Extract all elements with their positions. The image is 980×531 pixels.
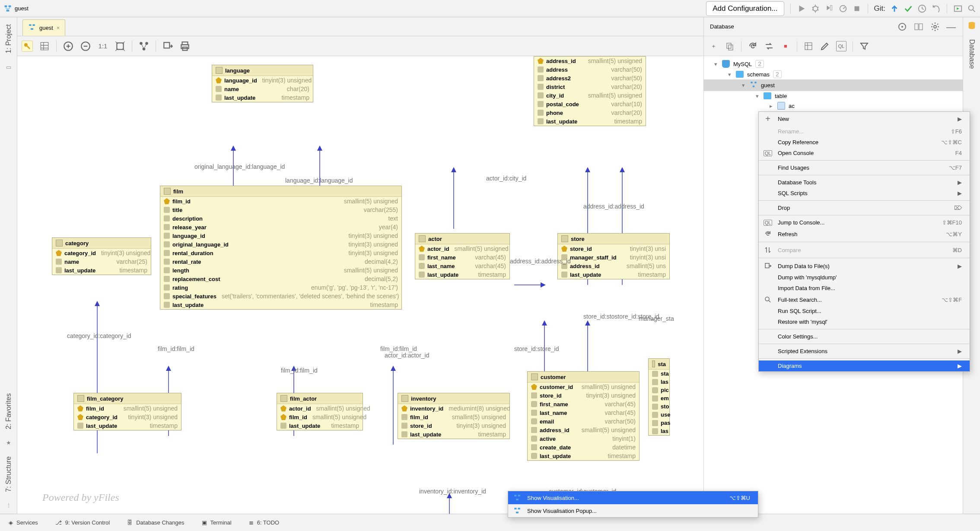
submenu-item[interactable]: Show Visualisation Popup... bbox=[508, 504, 758, 517]
entity-category[interactable]: category category_idtinyint(3) unsignedn… bbox=[52, 237, 151, 275]
duplicate-icon[interactable] bbox=[725, 41, 735, 51]
tab-guest[interactable]: guest × bbox=[22, 19, 65, 36]
sync-icon[interactable] bbox=[764, 41, 774, 51]
column-row[interactable]: last_updatetimestamp bbox=[52, 266, 151, 275]
column-row[interactable]: titlevarchar(255) bbox=[160, 205, 401, 214]
tree-table[interactable]: ▸ac bbox=[704, 101, 963, 111]
structure-icon[interactable]: ⦙ bbox=[8, 503, 9, 509]
add-icon[interactable]: ＋ bbox=[708, 41, 719, 51]
gear-icon[interactable] bbox=[930, 22, 940, 32]
menu-item[interactable]: QLOpen ConsoleF4 bbox=[759, 148, 970, 158]
menu-item[interactable]: Run SQL Script... bbox=[759, 306, 970, 316]
column-row[interactable]: address_idsmallint(5) unsigned bbox=[534, 57, 646, 65]
add-configuration-button[interactable]: Add Configuration... bbox=[706, 1, 784, 16]
column-row[interactable]: last_namevarchar(45) bbox=[528, 408, 639, 417]
column-row[interactable]: language_idtinyint(3) unsigned bbox=[160, 231, 401, 240]
tool-project[interactable]: 1: Project bbox=[5, 22, 13, 56]
menu-item[interactable]: Drop⌦ bbox=[759, 202, 970, 213]
column-row[interactable]: customer_idsmallint(5) unsigned bbox=[528, 382, 639, 391]
column-row[interactable]: last_updatetimestamp bbox=[558, 270, 669, 279]
column-row[interactable]: city_idsmallint(5) unsigned bbox=[534, 91, 646, 100]
tree-tables-folder[interactable]: ▾table bbox=[704, 91, 963, 101]
column-row[interactable]: sto bbox=[649, 402, 669, 411]
entity-customer[interactable]: customer customer_idsmallint(5) unsigned… bbox=[527, 371, 640, 461]
column-row[interactable]: replacement_costdecimal(5,2) bbox=[160, 275, 401, 283]
close-icon[interactable]: × bbox=[57, 25, 60, 31]
column-row[interactable]: actor_idsmallint(5) unsigned bbox=[415, 244, 509, 253]
column-row[interactable]: language_idtinyint(3) unsigned bbox=[212, 76, 313, 85]
column-row[interactable]: addressvarchar(50) bbox=[534, 65, 646, 74]
column-row[interactable]: first_namevarchar(45) bbox=[528, 400, 639, 408]
project-icon[interactable]: ▭ bbox=[6, 64, 11, 70]
tool-vcs[interactable]: ⎇9: Version Control bbox=[55, 519, 110, 526]
debug-icon[interactable] bbox=[811, 4, 820, 13]
column-row[interactable]: special_featuresset('trailers', 'comment… bbox=[160, 292, 401, 300]
menu-item[interactable]: Import Data from File... bbox=[759, 283, 970, 294]
column-row[interactable]: store_idtinyint(3) unsigned bbox=[398, 421, 509, 430]
column-row[interactable]: em bbox=[649, 394, 669, 402]
refresh-icon[interactable] bbox=[748, 41, 758, 51]
tool-favorites[interactable]: 2: Favorites bbox=[5, 391, 13, 432]
column-row[interactable]: store_idtinyint(3) unsigned bbox=[528, 391, 639, 400]
column-row[interactable]: rental_ratedecimal(4,2) bbox=[160, 257, 401, 266]
zoom-actual-icon[interactable]: 1:1 bbox=[97, 41, 108, 52]
zoom-in-icon[interactable] bbox=[63, 41, 74, 52]
column-row[interactable]: pic bbox=[649, 386, 669, 394]
menu-item[interactable]: Find Usages⌥F7 bbox=[759, 162, 970, 173]
tool-structure[interactable]: 7: Structure bbox=[5, 454, 13, 495]
column-row[interactable]: use bbox=[649, 411, 669, 419]
table-view-icon[interactable] bbox=[39, 41, 50, 52]
column-row[interactable]: ratingenum('g', 'pg', 'pg-13', 'r', 'nc-… bbox=[160, 283, 401, 292]
search-everywhere-icon[interactable] bbox=[967, 4, 977, 13]
column-row[interactable]: last_updatetimestamp bbox=[160, 300, 401, 309]
stop-icon[interactable]: ■ bbox=[780, 41, 791, 51]
print-icon[interactable] bbox=[179, 41, 191, 52]
coverage-icon[interactable] bbox=[824, 4, 834, 13]
tool-terminal[interactable]: ▣Terminal bbox=[202, 519, 232, 526]
menu-item[interactable]: Restore with 'mysql' bbox=[759, 316, 970, 327]
favorites-icon[interactable]: ★ bbox=[6, 439, 11, 446]
entity-address[interactable]: address_idsmallint(5) unsignedaddressvar… bbox=[534, 56, 646, 126]
column-row[interactable]: address2varchar(50) bbox=[534, 74, 646, 82]
git-update-icon[interactable] bbox=[890, 4, 899, 13]
filter-icon[interactable] bbox=[859, 41, 869, 51]
column-row[interactable]: last_updatetimestamp bbox=[528, 452, 639, 460]
menu-item[interactable]: Database Tools▶ bbox=[759, 177, 970, 188]
entity-store[interactable]: store store_idtinyint(3) unsimanager_sta… bbox=[557, 233, 670, 279]
layout-icon[interactable] bbox=[138, 41, 150, 52]
column-row[interactable]: namevarchar(25) bbox=[52, 257, 151, 266]
entity-staff-partial[interactable]: sta stalaspicemstousepaslas bbox=[648, 358, 670, 436]
menu-item[interactable]: Full-text Search...⌥⇧⌘F bbox=[759, 294, 970, 306]
column-row[interactable]: descriptiontext bbox=[160, 214, 401, 223]
zoom-out-icon[interactable] bbox=[80, 41, 91, 52]
git-commit-icon[interactable] bbox=[904, 4, 913, 13]
column-row[interactable]: pas bbox=[649, 419, 669, 427]
column-row[interactable]: rental_durationtinyint(3) unsigned bbox=[160, 249, 401, 257]
column-row[interactable]: manager_staff_idtinyint(3) unsi bbox=[558, 253, 669, 262]
table-icon[interactable] bbox=[803, 41, 814, 51]
column-row[interactable]: districtvarchar(20) bbox=[534, 82, 646, 91]
menu-item[interactable]: QLJump to Console...⇧⌘F10 bbox=[759, 217, 970, 228]
column-row[interactable]: last_namevarchar(45) bbox=[415, 262, 509, 270]
entity-inventory[interactable]: inventory inventory_idmediumint(8) unsig… bbox=[398, 393, 510, 439]
menu-item[interactable]: Dump Data to File(s)▶ bbox=[759, 260, 970, 272]
column-row[interactable]: address_idsmallint(5) uns bbox=[558, 262, 669, 270]
entity-actor[interactable]: actor actor_idsmallint(5) unsignedfirst_… bbox=[415, 233, 510, 279]
target-icon[interactable] bbox=[897, 22, 907, 32]
git-history-icon[interactable] bbox=[917, 4, 927, 13]
column-row[interactable]: las bbox=[649, 427, 669, 435]
console-icon[interactable]: QL bbox=[836, 41, 846, 51]
column-row[interactable]: store_idtinyint(3) unsi bbox=[558, 244, 669, 253]
menu-item[interactable]: Dump with 'mysqldump' bbox=[759, 272, 970, 283]
tool-database-label[interactable]: Database bbox=[968, 37, 976, 72]
column-row[interactable]: last_updatetimestamp bbox=[415, 270, 509, 279]
tool-db-changes[interactable]: 🗄Database Changes bbox=[127, 519, 184, 526]
database-tool-icon[interactable] bbox=[967, 21, 977, 32]
menu-item[interactable]: Refresh⌥⌘Y bbox=[759, 228, 970, 240]
column-row[interactable]: emailvarchar(50) bbox=[528, 417, 639, 426]
stop-icon[interactable] bbox=[852, 4, 862, 13]
column-row[interactable]: last_updatetimestamp bbox=[398, 430, 509, 439]
edit-icon[interactable] bbox=[820, 41, 830, 51]
column-row[interactable]: inventory_idmediumint(8) unsigned bbox=[398, 404, 509, 413]
column-row[interactable]: address_idsmallint(5) unsigned bbox=[528, 426, 639, 434]
